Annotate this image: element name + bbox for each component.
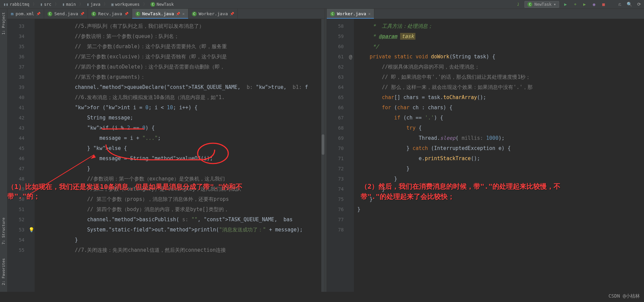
run-config-label: NewTask xyxy=(534,2,552,7)
crumb-class[interactable]: CNewTask xyxy=(149,1,175,7)
folder-icon: ▮▮ xyxy=(3,2,8,7)
right-tabs: CWorker.java× xyxy=(327,9,644,19)
tab-Worker-java[interactable]: CWorker.java📌 xyxy=(189,9,238,19)
structure-tool[interactable]: 7: Structure xyxy=(1,218,6,244)
pin-icon: 📌 xyxy=(124,12,128,16)
left-editor[interactable]: 3334353637383940414243444546474849505152… xyxy=(7,19,325,292)
breadcrumbs: ▮▮rabbitmq 〉 ▮src 〉 ▮main 〉 ▮java 〉 ▣wor… xyxy=(2,1,175,7)
tab-NewTask-java[interactable]: CNewTask.java📌× xyxy=(132,9,189,19)
java-file-icon: C xyxy=(192,12,197,16)
folder-icon: ▮ xyxy=(40,2,42,7)
java-file-icon: C xyxy=(136,12,140,16)
close-icon[interactable]: × xyxy=(182,12,184,16)
crumb-package[interactable]: ▣workqueues xyxy=(110,1,141,7)
folder-icon: ▮ xyxy=(87,2,89,7)
java-file-icon: C xyxy=(91,12,96,16)
pin-icon: 📌 xyxy=(36,12,40,16)
debug-icon[interactable]: ⌖ xyxy=(572,1,578,7)
update-icon[interactable]: ⟳ xyxy=(636,1,642,7)
top-toolbar: ▮▮rabbitmq 〉 ▮src 〉 ▮main 〉 ▮java 〉 ▣wor… xyxy=(0,0,644,9)
profile-icon[interactable]: ◉ xyxy=(591,1,597,7)
left-editor-column: mpom.xml📌CSend.java📌CRecv.java📌CNewTask.… xyxy=(7,9,325,292)
tab-Worker-java[interactable]: CWorker.java× xyxy=(327,9,374,19)
java-file-icon: C xyxy=(48,12,52,16)
search-icon[interactable]: 🔍 xyxy=(626,1,632,7)
package-icon: ▣ xyxy=(111,2,113,7)
left-scrollbar[interactable] xyxy=(321,19,325,292)
right-editor[interactable]: 5859606162636465666768697071727374757677… xyxy=(327,19,644,292)
watermark: CSDN @小桔林 xyxy=(608,293,640,299)
tab-label: pom.xml xyxy=(16,11,34,16)
bulb-icon[interactable]: 💡 xyxy=(29,227,34,232)
right-code[interactable]: * 工具方法：处理消息； * @param task */ private st… xyxy=(354,19,644,292)
left-code[interactable]: //5.声明队列（有了队列之后，我们就可以发布消息了） //参数说明：第一个参数… xyxy=(35,19,325,292)
chevron-down-icon: ▾ xyxy=(554,2,556,7)
git-icon[interactable]: ⎌ xyxy=(617,1,623,7)
pin-icon: 📌 xyxy=(176,12,180,16)
crumb-java[interactable]: ▮java xyxy=(85,1,102,7)
crumb-sep: 〉 xyxy=(55,1,59,7)
tab-label: Send.java xyxy=(54,11,78,16)
main-split: 1: Project 7: Structure 2: Favorites mpo… xyxy=(0,9,644,292)
run-icon[interactable]: ▶ xyxy=(562,1,569,7)
left-tabs: mpom.xml📌CSend.java📌CRecv.java📌CNewTask.… xyxy=(7,9,325,19)
build-icon[interactable]: ⤸ xyxy=(515,1,521,7)
tab-Send-java[interactable]: CSend.java📌 xyxy=(44,9,88,19)
tab-label: Worker.java xyxy=(337,11,366,16)
stop-icon[interactable]: ■ xyxy=(601,1,607,7)
java-file-icon: C xyxy=(330,12,335,16)
coverage-icon[interactable]: ▶ xyxy=(582,1,588,7)
crumb-main[interactable]: ▮main xyxy=(61,1,77,7)
override-gutter-icon[interactable]: @ xyxy=(349,54,352,60)
class-icon: C xyxy=(150,2,155,7)
tab-Recv-java[interactable]: CRecv.java📌 xyxy=(88,9,132,19)
crumb-src[interactable]: ▮src xyxy=(39,1,53,7)
tab-label: Recv.java xyxy=(98,11,122,16)
xml-file-icon: m xyxy=(11,11,14,16)
pin-icon: 📌 xyxy=(230,12,234,16)
left-tool-strip: 1: Project 7: Structure 2: Favorites xyxy=(0,9,7,292)
tab-label: Worker.java xyxy=(199,11,228,16)
left-gutter: 3334353637383940414243444546474849505152… xyxy=(7,19,28,292)
class-icon: C xyxy=(527,2,532,7)
favorites-tool[interactable]: 2: Favorites xyxy=(1,258,6,285)
right-gutter: 5859606162636465666768697071727374757677… xyxy=(327,19,347,292)
toolbar-right: ⤸ C NewTask ▾ ▶ ⌖ ▶ ◉ ■ ⎌ 🔍 ⟳ xyxy=(515,1,642,8)
project-tool[interactable]: 1: Project xyxy=(1,12,6,35)
left-gutter-marks: 💡 xyxy=(28,19,35,292)
close-icon[interactable]: × xyxy=(368,12,371,16)
crumb-project[interactable]: ▮▮rabbitmq xyxy=(2,1,31,7)
run-config-select[interactable]: C NewTask ▾ xyxy=(524,1,559,8)
crumb-sep: 〉 xyxy=(143,1,147,7)
pin-icon: 📌 xyxy=(80,12,84,16)
crumb-sep: 〉 xyxy=(79,1,83,7)
crumb-sep: 〉 xyxy=(104,1,108,7)
tab-label: NewTask.java xyxy=(142,11,174,16)
tab-pom-xml[interactable]: mpom.xml📌 xyxy=(7,9,44,19)
right-gutter-marks: @ xyxy=(347,19,354,292)
folder-icon: ▮ xyxy=(62,2,65,7)
scroll-thumb[interactable] xyxy=(322,134,324,155)
right-editor-column: CWorker.java× 58596061626364656667686970… xyxy=(327,9,644,292)
crumb-sep: 〉 xyxy=(33,1,37,7)
